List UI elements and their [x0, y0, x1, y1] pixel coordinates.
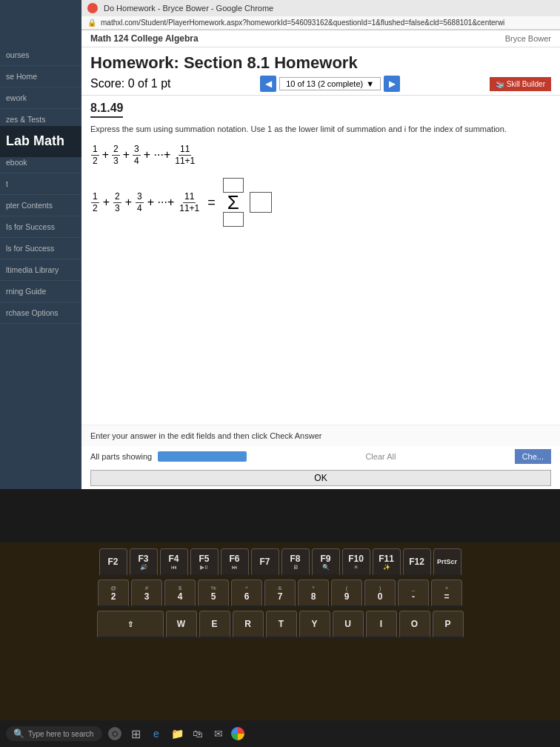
sigma-icon: Σ — [227, 193, 239, 212]
hw-title-area: Homework: Section 8.1 Homework Score: 0 … — [81, 47, 560, 96]
nav-dropdown[interactable]: 10 of 13 (2 complete) ▼ — [279, 77, 381, 90]
fraction-1-2: 1 2 — [91, 144, 99, 166]
key-4[interactable]: $4 — [164, 580, 196, 608]
key-i[interactable]: I — [366, 611, 397, 639]
key-f10[interactable]: F10☀ — [342, 548, 370, 577]
key-f5[interactable]: F5▶II — [190, 548, 219, 577]
key-f2[interactable]: F2 — [99, 548, 127, 577]
sidebar-item-multimedia[interactable]: ltimedia Library — [0, 259, 81, 281]
upper-limit-input[interactable] — [223, 178, 244, 193]
skill-builder-icon: 📚 — [496, 80, 504, 88]
instructions-text: Enter your answer in the edit fields and… — [90, 431, 321, 440]
check-answer-button[interactable]: Che... — [515, 449, 551, 464]
fraction-3-4: 3 4 — [133, 144, 141, 166]
sidebar-item-homework[interactable]: ework — [0, 87, 81, 109]
taskbar-search[interactable]: 🔍 Type here to search — [6, 726, 102, 741]
nav-next-button[interactable]: ▶ — [384, 76, 400, 92]
key-f12[interactable]: F12 — [403, 548, 431, 577]
taskbar-grid-icon[interactable]: ⊞ — [127, 726, 144, 742]
keyboard-area: F2 F3🔊 F4⏮ F5▶II F6⏭ F7 F8🖥 F9🔍 F10☀ F11… — [0, 542, 560, 720]
key-7[interactable]: &7 — [264, 580, 296, 608]
hw-title: Homework: Section 8.1 Homework — [90, 53, 551, 73]
taskbar-store-icon[interactable]: 🛍 — [190, 726, 206, 742]
key-prtscr[interactable]: PrtScr — [433, 548, 461, 577]
key-u[interactable]: U — [333, 611, 364, 639]
bottom-letter-row: ⇧ W E R T Y U I O P — [6, 611, 554, 639]
fn-key-row: F2 F3🔊 F4⏮ F5▶II F6⏭ F7 F8🖥 F9🔍 F10☀ F11… — [6, 548, 554, 577]
ok-button[interactable]: OK — [90, 470, 551, 486]
taskbar: 🔍 Type here to search ○ ⊞ e 📁 🛍 ✉ — [0, 720, 560, 747]
key-8[interactable]: *8 — [298, 580, 329, 608]
clear-all-button[interactable]: Clear All — [365, 452, 396, 461]
key-0[interactable]: )0 — [364, 580, 396, 608]
browser-address-bar[interactable]: 🔒 mathxl.com/Student/PlayerHomework.aspx… — [81, 16, 560, 30]
main-content: Do Homework - Bryce Bower - Google Chrom… — [81, 0, 560, 489]
score-nav-row: Score: 0 of 1 pt ◀ 10 of 13 (2 complete)… — [90, 76, 551, 92]
dropdown-arrow-icon: ▼ — [366, 79, 374, 88]
key-f4[interactable]: F4⏮ — [160, 548, 188, 577]
key-p[interactable]: P — [433, 611, 464, 639]
key-equals[interactable]: += — [431, 580, 462, 608]
taskbar-search-text: Type here to search — [28, 730, 93, 738]
key-3[interactable]: #3 — [131, 580, 162, 608]
dots-1: + ···+ — [144, 148, 170, 162]
lower-limit-input[interactable] — [223, 212, 244, 227]
taskbar-folder-icon[interactable]: 📁 — [169, 726, 185, 742]
key-e[interactable]: E — [199, 611, 230, 639]
screen-area: Lab Math ourses se Home ework zes & Test… — [0, 0, 560, 489]
key-f9[interactable]: F9🔍 — [312, 548, 340, 577]
nav-position-text: 10 of 13 (2 complete) — [286, 79, 363, 88]
key-w[interactable]: W — [166, 611, 197, 639]
sidebar-item-courses[interactable]: ourses — [0, 44, 81, 66]
taskbar-edge-icon[interactable]: e — [148, 726, 164, 742]
skill-builder-button[interactable]: 📚 Skill Builder — [490, 77, 551, 91]
math-expression-display: 1 2 + 2 3 + 3 4 + ···+ 11 11+1 — [90, 144, 551, 166]
sidebar: Lab Math ourses se Home ework zes & Test… — [0, 0, 81, 489]
taskbar-chrome-icon[interactable] — [231, 727, 244, 740]
taskbar-circle-icon[interactable]: ○ — [107, 726, 123, 742]
taskbar-mail-icon[interactable]: ✉ — [210, 726, 227, 742]
browser-title-bar: Do Homework - Bryce Bower - Google Chrom… — [81, 0, 560, 16]
course-title: Math 124 College Algebra — [90, 33, 199, 44]
page-header: Math 124 College Algebra Bryce Bower — [81, 30, 560, 47]
sidebar-item-ls-success[interactable]: ls for Success — [0, 238, 81, 259]
key-f3[interactable]: F3🔊 — [130, 548, 158, 577]
lock-icon: 🔒 — [87, 19, 96, 27]
sidebar-item-purchase[interactable]: rchase Options — [0, 302, 81, 324]
key-y[interactable]: Y — [299, 611, 330, 639]
key-2[interactable]: @2 — [98, 580, 129, 608]
sidebar-item-is-success[interactable]: Is for Success — [0, 216, 81, 238]
sidebar-item-learning[interactable]: rning Guide — [0, 281, 81, 302]
sidebar-item-chapter[interactable]: pter Contents — [0, 195, 81, 216]
problem-area: 8.1.49 Express the sum using summation n… — [81, 96, 560, 425]
key-6[interactable]: ^6 — [231, 580, 262, 608]
expression-input[interactable] — [250, 192, 272, 213]
user-name: Bryce Bower — [505, 34, 551, 43]
key-r[interactable]: R — [233, 611, 264, 639]
key-f8[interactable]: F8🖥 — [281, 548, 310, 577]
key-o[interactable]: O — [399, 611, 430, 639]
sidebar-item-text[interactable]: t — [0, 173, 81, 195]
score-label: Score: 0 of 1 pt — [90, 77, 171, 90]
nav-controls: ◀ 10 of 13 (2 complete) ▼ ▶ — [260, 76, 400, 92]
bottom-toolbar: Enter your answer in the edit fields and… — [81, 425, 560, 446]
key-9[interactable]: (9 — [331, 580, 362, 608]
sidebar-item-home[interactable]: se Home — [0, 66, 81, 87]
key-shift-left[interactable]: ⇧ — [97, 611, 164, 639]
key-f11[interactable]: F11✨ — [373, 548, 401, 577]
progress-bar — [158, 451, 247, 462]
key-5[interactable]: %5 — [198, 580, 229, 608]
plus-a2: + — [125, 196, 132, 209]
fraction-ans-1: 1 2 — [91, 191, 99, 213]
key-f6[interactable]: F6⏭ — [221, 548, 249, 577]
problem-number: 8.1.49 — [90, 102, 123, 118]
search-icon: 🔍 — [13, 728, 24, 739]
key-f7[interactable]: F7 — [251, 548, 279, 577]
fraction-ans-3: 3 4 — [136, 191, 144, 213]
key-t[interactable]: T — [266, 611, 297, 639]
dots-ans: + ···+ — [147, 196, 174, 209]
key-minus[interactable]: _- — [398, 580, 429, 608]
address-text: mathxl.com/Student/PlayerHomework.aspx?h… — [101, 19, 504, 27]
plus-2: + — [123, 148, 130, 162]
nav-prev-button[interactable]: ◀ — [260, 76, 276, 92]
